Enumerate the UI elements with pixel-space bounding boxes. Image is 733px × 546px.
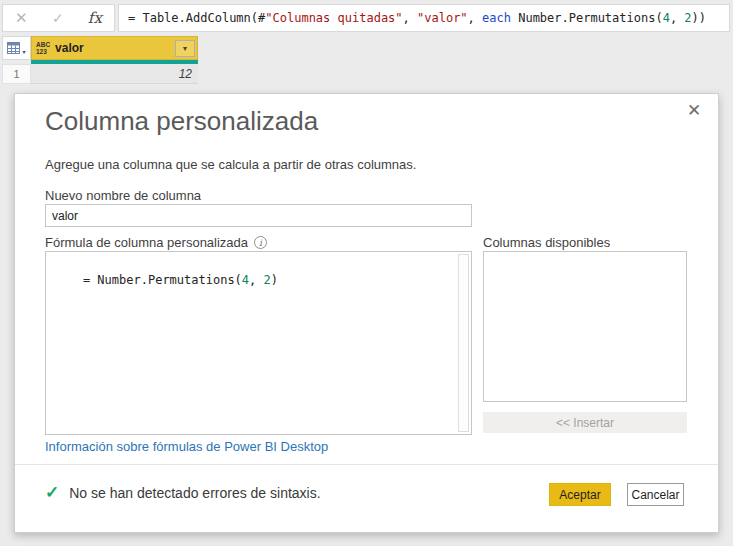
insert-button[interactable]: << Insertar (483, 412, 687, 433)
formula-bar-actions: ✕ ✓ fx (2, 4, 115, 32)
column-type-any-icon[interactable]: ABC123 (36, 41, 50, 55)
accept-button[interactable]: Aceptar (549, 483, 611, 506)
cancel-button[interactable]: Cancelar (627, 483, 684, 506)
dropdown-arrow-icon: ▼ (182, 45, 189, 52)
custom-formula-label: Fórmula de columna personalizada i (45, 235, 267, 250)
available-columns-listbox[interactable] (483, 251, 687, 402)
column-header-valor[interactable]: ABC123 valor ▼ (31, 36, 198, 60)
commit-formula-icon[interactable]: ✓ (52, 10, 64, 26)
close-icon[interactable]: ✕ (683, 99, 705, 121)
syntax-ok-check-icon: ✓ (45, 482, 59, 503)
syntax-status-text: No se han detectado errores de sintaxis. (69, 485, 320, 501)
dialog-footer-buttons: Aceptar Cancelar (549, 483, 684, 506)
custom-formula-editor[interactable]: = Number.Permutations(4, 2) (45, 251, 472, 435)
cancel-formula-icon[interactable]: ✕ (15, 9, 28, 27)
custom-column-dialog: ✕ Columna personalizada Agregue una colu… (14, 93, 719, 533)
column-header-label: valor (55, 41, 175, 55)
row-number-cell[interactable]: 1 (2, 64, 31, 84)
info-icon[interactable]: i (254, 236, 267, 249)
dialog-subtitle: Agregue una columna que se calcula a par… (45, 157, 416, 172)
table-menu-caret-icon: ▾ (22, 48, 25, 55)
new-column-name-input[interactable] (45, 204, 472, 227)
formula-bar-input[interactable]: = Table.AddColumn(#"Columnas quitadas", … (118, 4, 730, 32)
footer-divider (15, 464, 718, 465)
table-select-all-button[interactable]: ▾ (2, 36, 31, 60)
table-cell-value[interactable]: 12 (31, 64, 198, 84)
formula-help-link[interactable]: Información sobre fórmulas de Power BI D… (45, 439, 328, 454)
available-columns-label: Columnas disponibles (483, 235, 610, 250)
table-icon (7, 42, 21, 54)
new-column-name-label: Nuevo nombre de columna (45, 188, 201, 203)
formula-editor-scrollbar[interactable] (458, 254, 469, 432)
dialog-title: Columna personalizada (45, 106, 318, 137)
fx-icon[interactable]: fx (88, 9, 102, 27)
column-filter-button[interactable]: ▼ (175, 40, 195, 57)
syntax-status: ✓ No se han detectado errores de sintaxi… (45, 482, 321, 503)
